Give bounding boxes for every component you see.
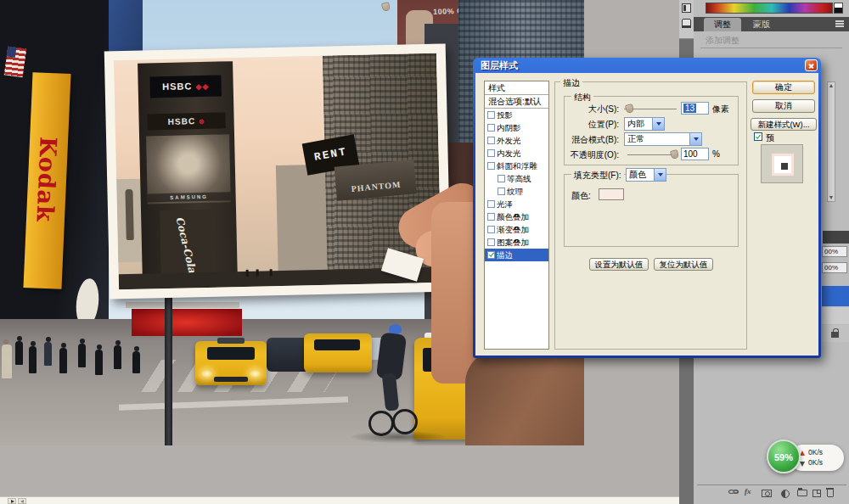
reset-default-button[interactable]: 复位为默认值 [654, 258, 713, 271]
cocacola-billboard: Coca-Cola [160, 210, 212, 282]
pedestrian [95, 350, 103, 375]
battery-percent-badge[interactable]: 59% [767, 440, 801, 473]
style-item-color-overlay[interactable]: 颜色叠加 [485, 210, 548, 223]
bw-swatches[interactable] [834, 3, 843, 14]
styles-header[interactable]: 样式 [485, 81, 548, 95]
checkbox[interactable] [487, 111, 495, 119]
blend-mode-select[interactable]: 正常 [624, 132, 702, 146]
preview-checkbox[interactable] [754, 132, 762, 141]
size-slider-thumb[interactable] [625, 104, 634, 114]
layers-fill-field[interactable]: 00% [822, 262, 847, 273]
checkbox[interactable] [487, 137, 495, 144]
samsung-billboard: SAMSUNG [146, 134, 231, 204]
position-select[interactable]: 内部 [624, 117, 665, 131]
style-item-texture[interactable]: 纹理 [485, 185, 548, 198]
scroll-right-button[interactable] [8, 498, 16, 504]
add-adjustment-label: 添加调整 [706, 35, 739, 47]
opacity-unit: % [712, 149, 720, 159]
pedestrian-crowd [0, 328, 157, 438]
checkbox[interactable] [487, 200, 495, 208]
style-item-outer-glow[interactable]: 外发光 [485, 134, 548, 147]
style-item-inner-shadow[interactable]: 内阴影 [485, 121, 548, 134]
style-item-drop-shadow[interactable]: 投影 [485, 109, 548, 121]
vintage-mid-building [276, 165, 331, 281]
adjustment-layer-icon[interactable] [781, 490, 790, 498]
panel-scrollbar[interactable] [827, 81, 835, 202]
checkbox[interactable] [487, 226, 495, 233]
tab-masks[interactable]: 蒙版 [743, 18, 780, 31]
us-flag [4, 47, 27, 78]
up-arrow-icon [829, 84, 833, 87]
swatches-panel-icon[interactable] [682, 3, 691, 13]
checkbox[interactable] [498, 175, 505, 182]
style-item-pattern-overlay[interactable]: 图案叠加 [485, 236, 548, 249]
style-item-bevel-emboss[interactable]: 斜面和浮雕 [485, 160, 548, 172]
new-layer-icon[interactable] [812, 490, 821, 497]
size-row: 大小(S): 13 像素 [565, 102, 738, 115]
checkbox[interactable] [487, 162, 495, 170]
selected-layer-row[interactable] [822, 286, 849, 306]
blending-options-item[interactable]: 混合选项:默认 [485, 95, 548, 109]
checkbox[interactable] [487, 149, 495, 157]
color-spectrum-ramp[interactable] [706, 3, 833, 14]
fill-type-select[interactable]: 颜色 [626, 168, 666, 182]
check-icon [756, 133, 761, 139]
cancel-button[interactable]: 取消 [752, 99, 815, 113]
pedestrian [59, 348, 67, 373]
checkbox[interactable] [487, 213, 495, 221]
style-item-inner-glow[interactable]: 内发光 [485, 147, 548, 160]
chevron-down-icon[interactable] [689, 133, 701, 145]
checkbox[interactable] [487, 124, 495, 132]
new-group-icon[interactable] [797, 490, 807, 496]
hsbc-billboard-mid: HSBC ⊗ [147, 112, 225, 130]
tab-adjustments[interactable]: 调整 [704, 18, 741, 31]
checkbox[interactable] [487, 238, 495, 246]
vintage-pedestrian [256, 270, 259, 277]
scroll-left-button[interactable] [18, 498, 26, 504]
stroke-color-swatch[interactable] [599, 188, 624, 200]
pedestrian [78, 344, 86, 367]
layers-opacity-field[interactable]: 00% [822, 246, 847, 257]
pedestrian [2, 344, 12, 378]
checkbox[interactable] [498, 188, 505, 195]
down-arrow-icon [829, 196, 833, 199]
add-layer-mask-icon[interactable] [762, 490, 772, 497]
opacity-slider-track[interactable] [627, 154, 677, 155]
style-item-gradient-overlay[interactable]: 渐变叠加 [485, 223, 548, 236]
taxi-roof-sign [217, 338, 245, 344]
taxi-grill [214, 377, 248, 382]
style-item-contour[interactable]: 等高线 [485, 172, 548, 185]
street-pole [165, 294, 172, 445]
style-item-satin[interactable]: 光泽 [485, 198, 548, 210]
styles-list: 样式 混合选项:默认 投影 内阴影 外发光 内发光 斜面和浮雕 等高线 纹理 光… [484, 81, 549, 350]
style-item-stroke[interactable]: 描边 [485, 249, 548, 261]
size-input[interactable]: 13 [681, 102, 709, 115]
new-style-button[interactable]: 新建样式(W)... [751, 118, 817, 131]
forearm [465, 346, 584, 445]
preview-core [781, 163, 788, 170]
link-layers-icon[interactable] [728, 490, 734, 494]
kodak-banner-text: Kodak [30, 88, 64, 271]
layer-style-fx-icon[interactable]: fx [745, 487, 751, 496]
horizontal-scrollbar[interactable] [0, 496, 679, 504]
check-icon [489, 251, 494, 257]
layer-row[interactable] [822, 307, 849, 324]
hand [431, 202, 477, 384]
stroke-preview-thumbnail [761, 144, 803, 183]
set-default-button[interactable]: 设置为默认值 [589, 258, 649, 271]
chevron-down-icon[interactable] [652, 118, 664, 130]
pedestrian [132, 351, 140, 373]
hand-thumb [381, 2, 391, 12]
chevron-down-icon[interactable] [654, 169, 666, 181]
delete-layer-icon[interactable] [827, 490, 834, 497]
ok-button[interactable]: 确定 [752, 81, 815, 94]
vintage-pedestrian [270, 269, 273, 276]
yellow-taxi-1 [195, 341, 267, 385]
checkbox-checked[interactable] [487, 251, 495, 259]
close-button[interactable] [805, 59, 818, 71]
panel-menu-icon[interactable] [835, 23, 844, 25]
opacity-slider-thumb[interactable] [670, 149, 679, 160]
panel-divider [700, 48, 842, 48]
opacity-input[interactable]: 100 [681, 148, 709, 160]
clone-source-panel-icon[interactable] [682, 19, 691, 28]
